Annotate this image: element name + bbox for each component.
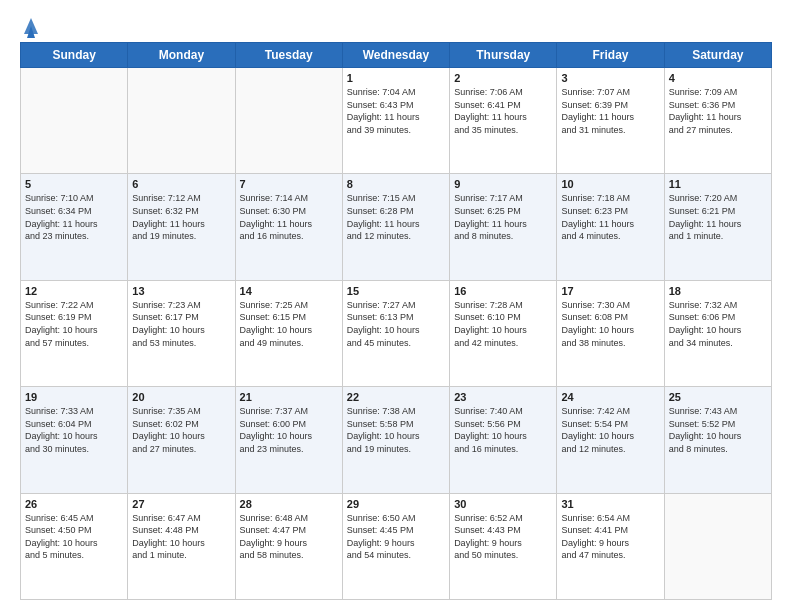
cell-info-text: Sunrise: 7:20 AM Sunset: 6:21 PM Dayligh… bbox=[669, 192, 767, 242]
day-header-sunday: Sunday bbox=[21, 43, 128, 68]
calendar-cell: 21Sunrise: 7:37 AM Sunset: 6:00 PM Dayli… bbox=[235, 387, 342, 493]
calendar-week-row: 19Sunrise: 7:33 AM Sunset: 6:04 PM Dayli… bbox=[21, 387, 772, 493]
cell-day-number: 3 bbox=[561, 72, 659, 84]
calendar-week-row: 12Sunrise: 7:22 AM Sunset: 6:19 PM Dayli… bbox=[21, 280, 772, 386]
cell-day-number: 27 bbox=[132, 498, 230, 510]
calendar-week-row: 1Sunrise: 7:04 AM Sunset: 6:43 PM Daylig… bbox=[21, 68, 772, 174]
cell-info-text: Sunrise: 7:07 AM Sunset: 6:39 PM Dayligh… bbox=[561, 86, 659, 136]
calendar-cell: 4Sunrise: 7:09 AM Sunset: 6:36 PM Daylig… bbox=[664, 68, 771, 174]
cell-info-text: Sunrise: 7:33 AM Sunset: 6:04 PM Dayligh… bbox=[25, 405, 123, 455]
cell-day-number: 1 bbox=[347, 72, 445, 84]
calendar-table: SundayMondayTuesdayWednesdayThursdayFrid… bbox=[20, 42, 772, 600]
cell-day-number: 7 bbox=[240, 178, 338, 190]
calendar-cell: 28Sunrise: 6:48 AM Sunset: 4:47 PM Dayli… bbox=[235, 493, 342, 599]
calendar-cell: 7Sunrise: 7:14 AM Sunset: 6:30 PM Daylig… bbox=[235, 174, 342, 280]
calendar-cell: 6Sunrise: 7:12 AM Sunset: 6:32 PM Daylig… bbox=[128, 174, 235, 280]
cell-info-text: Sunrise: 7:18 AM Sunset: 6:23 PM Dayligh… bbox=[561, 192, 659, 242]
cell-day-number: 18 bbox=[669, 285, 767, 297]
cell-day-number: 31 bbox=[561, 498, 659, 510]
cell-info-text: Sunrise: 7:09 AM Sunset: 6:36 PM Dayligh… bbox=[669, 86, 767, 136]
cell-day-number: 28 bbox=[240, 498, 338, 510]
calendar-cell bbox=[235, 68, 342, 174]
calendar-cell: 19Sunrise: 7:33 AM Sunset: 6:04 PM Dayli… bbox=[21, 387, 128, 493]
calendar-cell: 2Sunrise: 7:06 AM Sunset: 6:41 PM Daylig… bbox=[450, 68, 557, 174]
calendar-cell: 18Sunrise: 7:32 AM Sunset: 6:06 PM Dayli… bbox=[664, 280, 771, 386]
cell-day-number: 14 bbox=[240, 285, 338, 297]
cell-info-text: Sunrise: 7:38 AM Sunset: 5:58 PM Dayligh… bbox=[347, 405, 445, 455]
cell-info-text: Sunrise: 7:42 AM Sunset: 5:54 PM Dayligh… bbox=[561, 405, 659, 455]
cell-day-number: 20 bbox=[132, 391, 230, 403]
cell-info-text: Sunrise: 7:12 AM Sunset: 6:32 PM Dayligh… bbox=[132, 192, 230, 242]
cell-info-text: Sunrise: 7:37 AM Sunset: 6:00 PM Dayligh… bbox=[240, 405, 338, 455]
day-header-monday: Monday bbox=[128, 43, 235, 68]
calendar-cell bbox=[21, 68, 128, 174]
cell-day-number: 6 bbox=[132, 178, 230, 190]
cell-day-number: 23 bbox=[454, 391, 552, 403]
cell-day-number: 5 bbox=[25, 178, 123, 190]
calendar-cell: 25Sunrise: 7:43 AM Sunset: 5:52 PM Dayli… bbox=[664, 387, 771, 493]
cell-info-text: Sunrise: 7:06 AM Sunset: 6:41 PM Dayligh… bbox=[454, 86, 552, 136]
cell-info-text: Sunrise: 6:47 AM Sunset: 4:48 PM Dayligh… bbox=[132, 512, 230, 562]
cell-info-text: Sunrise: 7:10 AM Sunset: 6:34 PM Dayligh… bbox=[25, 192, 123, 242]
day-header-tuesday: Tuesday bbox=[235, 43, 342, 68]
calendar-cell: 29Sunrise: 6:50 AM Sunset: 4:45 PM Dayli… bbox=[342, 493, 449, 599]
cell-info-text: Sunrise: 6:45 AM Sunset: 4:50 PM Dayligh… bbox=[25, 512, 123, 562]
cell-info-text: Sunrise: 7:28 AM Sunset: 6:10 PM Dayligh… bbox=[454, 299, 552, 349]
cell-info-text: Sunrise: 7:25 AM Sunset: 6:15 PM Dayligh… bbox=[240, 299, 338, 349]
cell-info-text: Sunrise: 7:17 AM Sunset: 6:25 PM Dayligh… bbox=[454, 192, 552, 242]
cell-info-text: Sunrise: 7:32 AM Sunset: 6:06 PM Dayligh… bbox=[669, 299, 767, 349]
cell-info-text: Sunrise: 6:54 AM Sunset: 4:41 PM Dayligh… bbox=[561, 512, 659, 562]
cell-day-number: 19 bbox=[25, 391, 123, 403]
cell-day-number: 9 bbox=[454, 178, 552, 190]
calendar-week-row: 5Sunrise: 7:10 AM Sunset: 6:34 PM Daylig… bbox=[21, 174, 772, 280]
cell-day-number: 13 bbox=[132, 285, 230, 297]
calendar-cell: 23Sunrise: 7:40 AM Sunset: 5:56 PM Dayli… bbox=[450, 387, 557, 493]
header bbox=[20, 16, 772, 34]
calendar-cell: 5Sunrise: 7:10 AM Sunset: 6:34 PM Daylig… bbox=[21, 174, 128, 280]
calendar-cell: 20Sunrise: 7:35 AM Sunset: 6:02 PM Dayli… bbox=[128, 387, 235, 493]
cell-day-number: 25 bbox=[669, 391, 767, 403]
calendar-cell: 9Sunrise: 7:17 AM Sunset: 6:25 PM Daylig… bbox=[450, 174, 557, 280]
calendar-cell bbox=[664, 493, 771, 599]
cell-info-text: Sunrise: 7:04 AM Sunset: 6:43 PM Dayligh… bbox=[347, 86, 445, 136]
cell-day-number: 22 bbox=[347, 391, 445, 403]
calendar-cell: 3Sunrise: 7:07 AM Sunset: 6:39 PM Daylig… bbox=[557, 68, 664, 174]
calendar-cell: 1Sunrise: 7:04 AM Sunset: 6:43 PM Daylig… bbox=[342, 68, 449, 174]
logo-icon bbox=[22, 16, 40, 38]
cell-day-number: 29 bbox=[347, 498, 445, 510]
calendar-cell: 10Sunrise: 7:18 AM Sunset: 6:23 PM Dayli… bbox=[557, 174, 664, 280]
logo bbox=[20, 16, 40, 34]
calendar-cell: 27Sunrise: 6:47 AM Sunset: 4:48 PM Dayli… bbox=[128, 493, 235, 599]
calendar-cell: 8Sunrise: 7:15 AM Sunset: 6:28 PM Daylig… bbox=[342, 174, 449, 280]
calendar-cell: 30Sunrise: 6:52 AM Sunset: 4:43 PM Dayli… bbox=[450, 493, 557, 599]
cell-day-number: 24 bbox=[561, 391, 659, 403]
cell-day-number: 30 bbox=[454, 498, 552, 510]
calendar-cell: 17Sunrise: 7:30 AM Sunset: 6:08 PM Dayli… bbox=[557, 280, 664, 386]
calendar-cell: 14Sunrise: 7:25 AM Sunset: 6:15 PM Dayli… bbox=[235, 280, 342, 386]
cell-day-number: 2 bbox=[454, 72, 552, 84]
calendar-cell: 16Sunrise: 7:28 AM Sunset: 6:10 PM Dayli… bbox=[450, 280, 557, 386]
calendar-cell: 24Sunrise: 7:42 AM Sunset: 5:54 PM Dayli… bbox=[557, 387, 664, 493]
day-header-wednesday: Wednesday bbox=[342, 43, 449, 68]
cell-info-text: Sunrise: 7:30 AM Sunset: 6:08 PM Dayligh… bbox=[561, 299, 659, 349]
cell-info-text: Sunrise: 7:35 AM Sunset: 6:02 PM Dayligh… bbox=[132, 405, 230, 455]
cell-info-text: Sunrise: 7:15 AM Sunset: 6:28 PM Dayligh… bbox=[347, 192, 445, 242]
calendar-header-row: SundayMondayTuesdayWednesdayThursdayFrid… bbox=[21, 43, 772, 68]
cell-info-text: Sunrise: 7:43 AM Sunset: 5:52 PM Dayligh… bbox=[669, 405, 767, 455]
page: SundayMondayTuesdayWednesdayThursdayFrid… bbox=[0, 0, 792, 612]
calendar-cell bbox=[128, 68, 235, 174]
calendar-cell: 12Sunrise: 7:22 AM Sunset: 6:19 PM Dayli… bbox=[21, 280, 128, 386]
day-header-saturday: Saturday bbox=[664, 43, 771, 68]
calendar-cell: 13Sunrise: 7:23 AM Sunset: 6:17 PM Dayli… bbox=[128, 280, 235, 386]
cell-day-number: 10 bbox=[561, 178, 659, 190]
calendar-cell: 15Sunrise: 7:27 AM Sunset: 6:13 PM Dayli… bbox=[342, 280, 449, 386]
calendar-cell: 26Sunrise: 6:45 AM Sunset: 4:50 PM Dayli… bbox=[21, 493, 128, 599]
cell-day-number: 8 bbox=[347, 178, 445, 190]
cell-day-number: 26 bbox=[25, 498, 123, 510]
cell-info-text: Sunrise: 7:23 AM Sunset: 6:17 PM Dayligh… bbox=[132, 299, 230, 349]
cell-day-number: 4 bbox=[669, 72, 767, 84]
cell-info-text: Sunrise: 7:22 AM Sunset: 6:19 PM Dayligh… bbox=[25, 299, 123, 349]
day-header-friday: Friday bbox=[557, 43, 664, 68]
cell-day-number: 16 bbox=[454, 285, 552, 297]
cell-info-text: Sunrise: 7:14 AM Sunset: 6:30 PM Dayligh… bbox=[240, 192, 338, 242]
